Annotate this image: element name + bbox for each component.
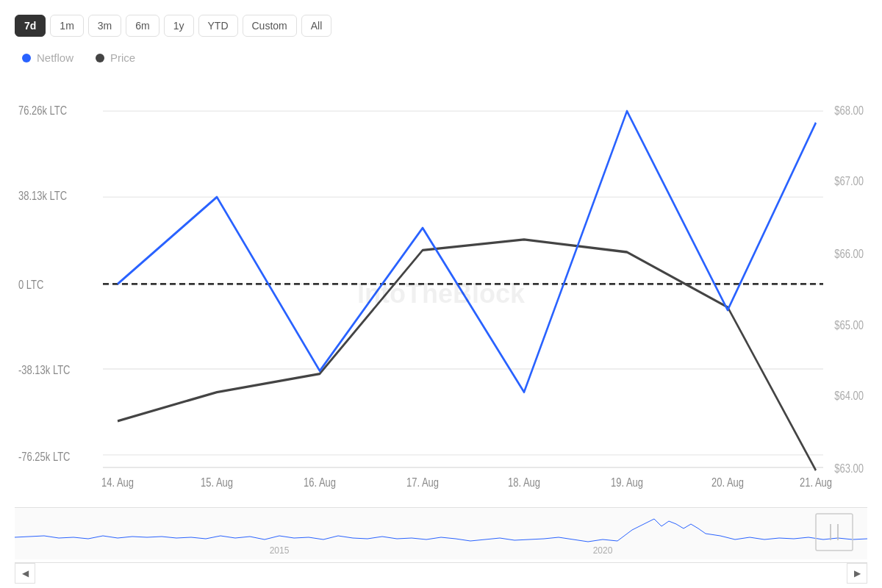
btn-3m[interactable]: 3m <box>88 15 121 37</box>
price-line <box>118 240 816 470</box>
svg-text:-38.13k LTC: -38.13k LTC <box>18 362 71 376</box>
price-label: Price <box>110 51 135 64</box>
btn-all[interactable]: All <box>301 15 332 37</box>
svg-text:38.13k LTC: 38.13k LTC <box>18 188 67 202</box>
svg-text:76.26k LTC: 76.26k LTC <box>18 104 67 118</box>
netflow-dot <box>22 54 31 62</box>
svg-text:$67.00: $67.00 <box>834 174 864 188</box>
svg-text:$64.00: $64.00 <box>834 388 864 402</box>
svg-text:2020: 2020 <box>593 545 613 556</box>
btn-6m[interactable]: 6m <box>126 15 159 37</box>
svg-text:$65.00: $65.00 <box>834 318 864 331</box>
nav-left-arrow[interactable]: ◀ <box>15 563 35 584</box>
svg-rect-26 <box>15 508 867 559</box>
svg-text:$63.00: $63.00 <box>834 461 864 475</box>
svg-text:15. Aug: 15. Aug <box>201 476 233 490</box>
svg-text:0 LTC: 0 LTC <box>18 277 43 291</box>
btn-7d[interactable]: 7d <box>15 15 46 37</box>
legend-netflow: Netflow <box>22 51 74 64</box>
btn-1m[interactable]: 1m <box>50 15 83 37</box>
main-container: 7d 1m 3m 6m 1y YTD Custom All Netflow Pr… <box>0 0 882 588</box>
svg-text:19. Aug: 19. Aug <box>611 476 643 490</box>
btn-ytd[interactable]: YTD <box>198 15 238 37</box>
svg-text:18. Aug: 18. Aug <box>508 476 540 490</box>
time-range-selector: 7d 1m 3m 6m 1y YTD Custom All <box>15 15 867 37</box>
svg-text:17. Aug: 17. Aug <box>406 476 439 490</box>
svg-text:$68.00: $68.00 <box>834 104 864 118</box>
btn-custom[interactable]: Custom <box>243 15 297 37</box>
svg-text:2015: 2015 <box>270 545 290 556</box>
nav-right-arrow[interactable]: ▶ <box>847 563 867 584</box>
btn-1y[interactable]: 1y <box>164 15 194 37</box>
main-chart: IntoTheBlock 76.26k LTC 38.13k LTC 0 LTC… <box>15 86 867 501</box>
svg-text:21. Aug: 21. Aug <box>800 476 832 490</box>
chart-legend: Netflow Price <box>15 51 867 64</box>
svg-text:14. Aug: 14. Aug <box>101 476 134 490</box>
nav-arrows: ◀ ▶ <box>15 562 867 583</box>
netflow-label: Netflow <box>37 51 74 64</box>
chart-area: IntoTheBlock 76.26k LTC 38.13k LTC 0 LTC… <box>15 86 867 581</box>
svg-text:-76.25k LTC: -76.25k LTC <box>18 449 71 463</box>
mini-chart-svg: 2015 2020 <box>15 508 867 559</box>
legend-price: Price <box>96 51 135 64</box>
main-chart-svg: 76.26k LTC 38.13k LTC 0 LTC -38.13k LTC … <box>15 86 867 501</box>
mini-chart-container: 2015 2020 ◀ ▶ <box>15 507 867 581</box>
price-dot <box>96 54 104 62</box>
svg-text:$66.00: $66.00 <box>834 246 864 260</box>
netflow-line <box>118 111 816 392</box>
svg-text:16. Aug: 16. Aug <box>304 476 336 490</box>
svg-text:20. Aug: 20. Aug <box>711 476 744 490</box>
